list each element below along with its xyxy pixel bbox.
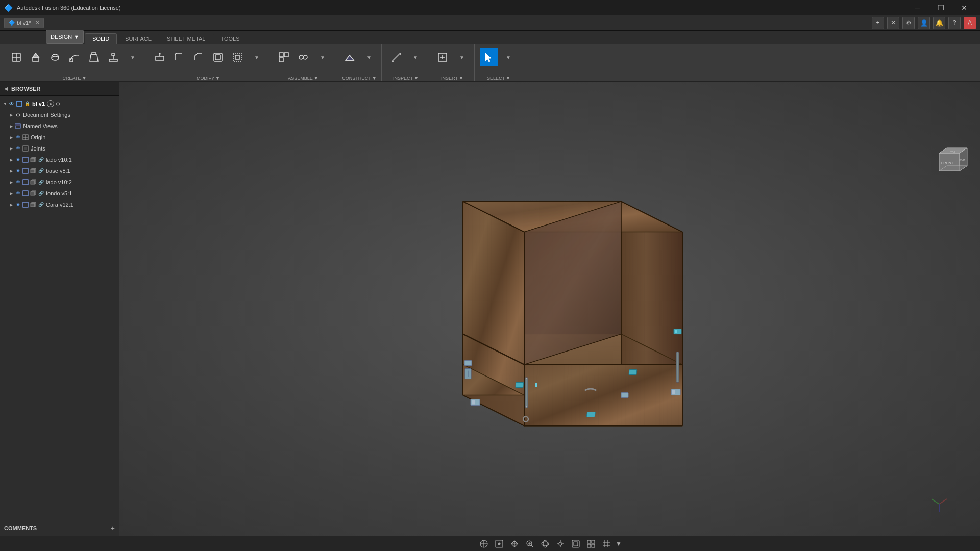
tree-item-joints[interactable]: ▶ 👁 Joints bbox=[0, 143, 119, 154]
rib-button[interactable] bbox=[104, 48, 122, 66]
eye-origin-icon[interactable]: 👁 bbox=[14, 134, 21, 141]
zoom-tool[interactable] bbox=[524, 538, 536, 549]
svg-marker-73 bbox=[524, 365, 682, 426]
tree-item-base-v8-1[interactable]: ▶ 👁 🔗 base v8:1 bbox=[0, 165, 119, 177]
tree-item-named-views[interactable]: ▶ Named Views bbox=[0, 120, 119, 132]
restore-button[interactable]: ❐ bbox=[929, 0, 952, 15]
more-assemble-button[interactable]: ▼ bbox=[313, 44, 332, 70]
named-views-icons bbox=[14, 122, 21, 130]
more-select-button[interactable]: ▼ bbox=[499, 44, 518, 70]
orbit-tool[interactable] bbox=[539, 538, 551, 549]
new-tab-button[interactable]: + bbox=[872, 17, 884, 29]
chamfer-button[interactable] bbox=[189, 48, 208, 66]
notification-icon[interactable]: 🔔 bbox=[933, 17, 945, 29]
comments-add-icon[interactable]: + bbox=[111, 524, 115, 532]
help-icon[interactable]: ? bbox=[948, 17, 961, 29]
revolve-button[interactable] bbox=[46, 48, 64, 66]
more-inspect-button[interactable]: ▼ bbox=[406, 44, 425, 70]
comp-lado2 bbox=[22, 179, 29, 186]
eye-fondo[interactable]: 👁 bbox=[14, 190, 21, 197]
joint-button[interactable] bbox=[294, 48, 312, 66]
lado2-label: lado v10:2 bbox=[46, 179, 72, 185]
construct-plane-button[interactable] bbox=[340, 48, 359, 66]
svg-text:FRONT: FRONT bbox=[941, 161, 954, 165]
insert-icons: ▼ bbox=[433, 44, 471, 70]
tab-surface[interactable]: SURFACE bbox=[118, 34, 159, 44]
tree-expand-lado2[interactable]: ▶ bbox=[8, 179, 14, 185]
tree-item-lado-v10-1[interactable]: ▶ 👁 🔗 lado v10:1 bbox=[0, 154, 119, 165]
viewport[interactable]: FRONT RIGHT TOP bbox=[119, 82, 980, 536]
more-modify-button[interactable]: ▼ bbox=[248, 44, 266, 70]
tree-expand-base[interactable]: ▶ bbox=[8, 168, 14, 174]
tree-expand-fondo[interactable]: ▶ bbox=[8, 190, 14, 196]
loft-button[interactable] bbox=[85, 48, 103, 66]
shell-button[interactable] bbox=[209, 48, 227, 66]
tree-item-root[interactable]: ▼ 👁 🔒 bl v1 ● ⚙ bbox=[0, 98, 119, 109]
design-button[interactable]: DESIGN ▼ bbox=[46, 30, 84, 44]
more-create-button[interactable]: ▼ bbox=[124, 44, 142, 70]
settings-tab-button[interactable]: ⚙ bbox=[902, 17, 915, 29]
tree-item-cara[interactable]: ▶ 👁 🔗 Cara v12:1 bbox=[0, 199, 119, 210]
design-chevron: ▼ bbox=[74, 34, 79, 40]
tree-expand-cara[interactable]: ▶ bbox=[8, 202, 14, 208]
extrude-button[interactable] bbox=[27, 48, 45, 66]
tree-item-lado-v10-2[interactable]: ▶ 👁 🔗 lado v10:2 bbox=[0, 177, 119, 188]
assemble-new-component[interactable] bbox=[275, 48, 293, 66]
tree-expand-lado1[interactable]: ▶ bbox=[8, 157, 14, 163]
status-more-icon[interactable]: ▼ bbox=[616, 540, 622, 547]
tree-item-origin[interactable]: ▶ 👁 Origin bbox=[0, 132, 119, 143]
tree-expand-named-views[interactable]: ▶ bbox=[8, 123, 14, 129]
measure-button[interactable] bbox=[387, 48, 405, 66]
look-at-tool[interactable] bbox=[554, 538, 567, 549]
box-fondo bbox=[30, 190, 37, 197]
browser-settings-icon[interactable]: ≡ bbox=[112, 86, 115, 92]
select-icons: ▼ bbox=[480, 44, 518, 70]
eye-joints-icon[interactable]: 👁 bbox=[14, 145, 21, 152]
eye-lado2[interactable]: 👁 bbox=[14, 179, 21, 186]
eye-icon[interactable]: 👁 bbox=[8, 100, 15, 107]
close-tab-panel-button[interactable]: ✕ bbox=[887, 17, 899, 29]
tree-expand-doc[interactable]: ▶ bbox=[8, 112, 14, 118]
tab-close-icon[interactable]: ✕ bbox=[35, 20, 39, 26]
tree-item-fondo[interactable]: ▶ 👁 🔗 fondo v5:1 bbox=[0, 188, 119, 199]
visibility-tool[interactable] bbox=[585, 538, 597, 549]
tree-expand-joints[interactable]: ▶ bbox=[8, 145, 14, 152]
tab-bl-v1[interactable]: 🔷 bl v1* ✕ bbox=[4, 18, 44, 28]
pan-tool[interactable] bbox=[508, 538, 521, 549]
select-button[interactable] bbox=[480, 48, 498, 66]
sweep-button[interactable] bbox=[65, 48, 84, 66]
scale-button[interactable] bbox=[228, 48, 247, 66]
tab-tools[interactable]: TOOLS bbox=[213, 34, 247, 44]
grid-options-tool[interactable] bbox=[600, 538, 612, 549]
tree-expand-root[interactable]: ▼ bbox=[2, 101, 8, 107]
snap-tool[interactable] bbox=[493, 538, 505, 549]
eye-lado1[interactable]: 👁 bbox=[14, 156, 21, 163]
display-mode-tool[interactable] bbox=[570, 538, 582, 549]
tree-item-doc-settings[interactable]: ▶ ⚙ Document Settings bbox=[0, 109, 119, 120]
more-insert-button[interactable]: ▼ bbox=[453, 44, 471, 70]
press-pull-button[interactable] bbox=[151, 48, 169, 66]
svg-rect-39 bbox=[31, 169, 35, 173]
tree-expand-origin[interactable]: ▶ bbox=[8, 134, 14, 140]
select-group: ▼ SELECT ▼ bbox=[477, 44, 521, 81]
eye-cara[interactable]: 👁 bbox=[14, 201, 21, 208]
browser-collapse-icon[interactable]: ◀ bbox=[4, 86, 8, 91]
new-component-button[interactable] bbox=[7, 48, 26, 66]
viewcube[interactable]: FRONT RIGHT TOP bbox=[929, 143, 970, 184]
minimize-button[interactable]: ─ bbox=[905, 0, 929, 15]
more-construct-button[interactable]: ▼ bbox=[360, 44, 378, 70]
close-button[interactable]: ✕ bbox=[952, 0, 976, 15]
svg-rect-89 bbox=[472, 400, 475, 405]
named-views-label: Named Views bbox=[23, 123, 58, 129]
tab-solid[interactable]: SOLID bbox=[85, 33, 117, 44]
user-icon[interactable]: 👤 bbox=[918, 17, 930, 29]
tab-sheet-metal[interactable]: SHEET METAL bbox=[160, 34, 212, 44]
grid-snap-tool[interactable] bbox=[478, 538, 490, 549]
fillet-button[interactable] bbox=[170, 48, 188, 66]
eye-base[interactable]: 👁 bbox=[14, 167, 21, 174]
svg-marker-4 bbox=[33, 53, 39, 57]
settings-icon[interactable]: ⚙ bbox=[56, 101, 60, 107]
account-icon[interactable]: A bbox=[964, 17, 976, 29]
lock-icon[interactable]: 🔒 bbox=[23, 100, 31, 107]
insert-btn[interactable] bbox=[433, 48, 452, 66]
